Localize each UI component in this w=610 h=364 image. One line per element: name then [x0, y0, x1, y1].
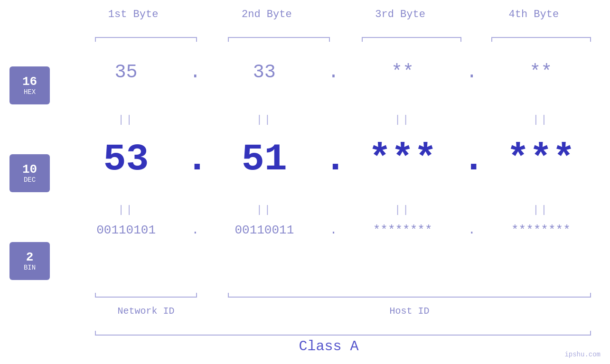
bin-label: 2 BIN: [9, 242, 50, 280]
hex-dot2: .: [324, 62, 343, 83]
hex-dot3: .: [462, 62, 481, 83]
hex-col3: **: [343, 62, 462, 83]
bin-dot1: .: [186, 223, 205, 237]
dec-col1: 53: [66, 138, 186, 181]
pipe1-col3: ||: [343, 114, 462, 126]
dec-label: 10 DEC: [9, 154, 50, 192]
pipe2-col4: ||: [481, 204, 601, 216]
byte1-header: 1st Byte: [66, 9, 200, 20]
class-a-label: Class A: [66, 338, 591, 355]
hex-row: 35 . 33 . ** . **: [66, 62, 601, 83]
pipe-row-2: || || || ||: [66, 204, 601, 216]
byte3-header: 3rd Byte: [334, 9, 467, 20]
hex-col1: 35: [66, 62, 186, 83]
dec-row: 53 . 51 . *** . ***: [66, 138, 601, 181]
bracket-byte4: [491, 37, 591, 38]
dec-dot3: .: [462, 138, 481, 181]
byte2-header: 2nd Byte: [200, 9, 333, 20]
bin-dot2: .: [324, 223, 343, 237]
bracket-network-id: [95, 297, 197, 298]
bracket-byte1: [95, 37, 197, 38]
hex-label: 16 HEX: [9, 66, 50, 104]
network-id-label: Network ID: [95, 306, 197, 317]
dec-col4: ***: [481, 138, 601, 181]
pipe2-col2: ||: [205, 204, 324, 216]
dec-dot1: .: [186, 138, 205, 181]
byte4-header: 4th Byte: [467, 9, 601, 20]
dec-dot2: .: [324, 138, 343, 181]
bin-col2: 00110011: [205, 223, 324, 237]
watermark: ipshu.com: [564, 351, 601, 358]
bin-dot3: .: [462, 223, 481, 237]
bracket-byte2: [228, 37, 330, 38]
hex-dot1: .: [186, 62, 205, 83]
pipe1-col2: ||: [205, 114, 324, 126]
bin-row: 00110101 . 00110011 . ******** . *******…: [66, 223, 601, 237]
pipe2-col1: ||: [66, 204, 186, 216]
host-id-label: Host ID: [228, 306, 591, 317]
bracket-byte3: [362, 37, 461, 38]
hex-col2: 33: [205, 62, 324, 83]
bracket-host-id: [228, 297, 591, 298]
main-container: 1st Byte 2nd Byte 3rd Byte 4th Byte 16 H…: [0, 0, 610, 364]
bin-col1: 00110101: [66, 223, 186, 237]
bin-col4: ********: [481, 223, 601, 237]
pipe1-col1: ||: [66, 114, 186, 126]
byte-headers: 1st Byte 2nd Byte 3rd Byte 4th Byte: [66, 9, 601, 20]
pipe-row-1: || || || ||: [66, 114, 601, 126]
pipe2-col3: ||: [343, 204, 462, 216]
class-a-bracket: [95, 335, 591, 336]
dec-col3: ***: [343, 138, 462, 181]
pipe1-col4: ||: [481, 114, 601, 126]
hex-col4: **: [481, 62, 601, 83]
bin-col3: ********: [343, 223, 462, 237]
dec-col2: 51: [205, 138, 324, 181]
row-labels: 16 HEX 10 DEC 2 BIN: [9, 66, 50, 330]
